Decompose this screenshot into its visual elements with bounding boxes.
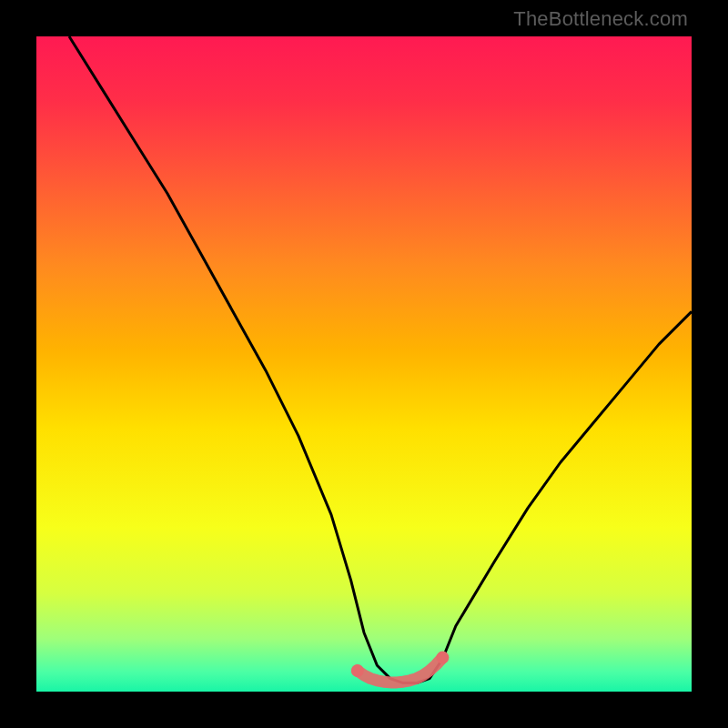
- watermark-text: TheBottleneck.com: [513, 7, 688, 31]
- highlight-endcap: [351, 664, 364, 677]
- chart-canvas: [36, 36, 692, 692]
- highlight-endcap: [436, 652, 449, 664]
- main-curve: [69, 36, 692, 683]
- chart-frame: TheBottleneck.com: [0, 0, 728, 728]
- plot-area: [36, 36, 692, 692]
